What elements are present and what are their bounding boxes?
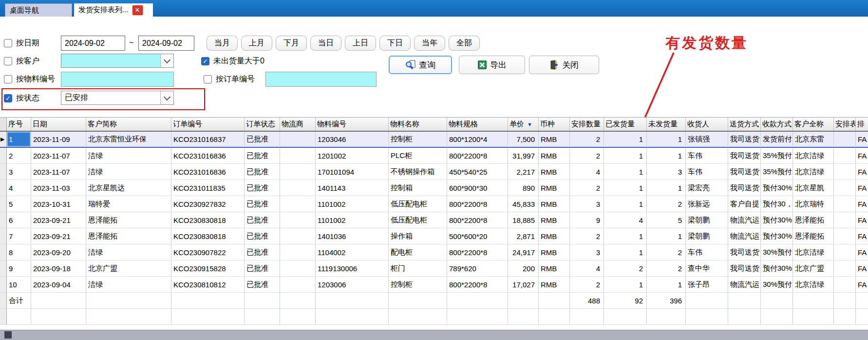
table-cell[interactable]: 柜门 (389, 260, 447, 277)
table-cell[interactable]: 洁绿 (86, 164, 171, 180)
table-cell[interactable]: 1101002 (316, 196, 389, 212)
table-cell[interactable]: FA (856, 132, 868, 148)
table-cell[interactable]: 洁绿 (86, 277, 171, 293)
table-cell[interactable]: 3 (7, 164, 31, 180)
table-cell[interactable]: FA (856, 260, 868, 277)
row-selector-cell[interactable] (0, 212, 7, 228)
table-cell[interactable]: 车伟 (686, 148, 728, 164)
table-cell[interactable]: 789*620 (447, 260, 508, 277)
table-cell[interactable]: 1 (647, 277, 686, 293)
tab-shipping-arrangement-list[interactable]: 发货安排表列... ✕ (74, 3, 153, 17)
table-cell[interactable]: 890 (508, 180, 539, 196)
row-selector-cell[interactable]: ▶ (0, 132, 7, 148)
table-cell[interactable] (316, 293, 389, 309)
table-cell[interactable]: FA (856, 196, 868, 212)
table-cell[interactable]: 北京洁绿 (793, 277, 834, 293)
table-cell[interactable]: 35%预付 (761, 164, 793, 180)
table-cell[interactable]: 梁朝鹏 (686, 212, 728, 228)
table-cell[interactable]: 查中华 (686, 260, 728, 277)
column-header[interactable]: 收货人 (686, 118, 728, 131)
table-cell[interactable] (834, 260, 856, 277)
all-button[interactable]: 全部 (449, 36, 480, 51)
empty-row[interactable] (0, 309, 868, 325)
table-cell[interactable]: 1 (604, 180, 647, 196)
table-cell[interactable] (761, 293, 793, 309)
table-cell[interactable] (856, 309, 868, 325)
column-header[interactable]: 日期 (31, 118, 86, 131)
table-cell[interactable]: 物流汽运 (728, 277, 761, 293)
table-cell[interactable]: FA (856, 212, 868, 228)
row-selector-cell[interactable] (0, 309, 7, 325)
table-cell[interactable]: KCO231016837 (171, 132, 245, 148)
table-cell[interactable] (834, 212, 856, 228)
row-selector-cell[interactable] (0, 196, 7, 212)
table-cell[interactable] (728, 309, 761, 325)
table-cell[interactable] (280, 148, 316, 164)
prev-day-button[interactable]: 上日 (345, 36, 376, 51)
table-cell[interactable] (834, 244, 856, 260)
export-button[interactable]: 导出 (459, 56, 525, 74)
status-select[interactable]: 已安排 (61, 91, 174, 105)
by-date-checkbox[interactable] (4, 39, 12, 47)
table-cell[interactable]: 已批准 (245, 244, 280, 260)
table-cell[interactable]: 30%预付 (761, 277, 793, 293)
by-material-checkbox[interactable] (4, 75, 12, 83)
table-cell[interactable]: 6 (7, 212, 31, 228)
table-cell[interactable]: 1101002 (316, 212, 389, 228)
table-cell[interactable]: 1 (647, 180, 686, 196)
table-row[interactable]: 62023-09-21恩泽能拓KCO230830818已批准1101002低压配… (0, 212, 868, 228)
table-cell[interactable] (508, 293, 539, 309)
table-cell[interactable]: KCO230915828 (171, 260, 245, 277)
table-cell[interactable]: 2023-10-31 (31, 196, 86, 212)
unshipped-gt0-checkbox[interactable]: ✓ (201, 57, 209, 65)
table-cell[interactable] (280, 309, 316, 325)
date-from-input[interactable]: 2024-09-02 (61, 36, 125, 51)
table-cell[interactable] (793, 309, 834, 325)
table-cell[interactable]: 合计 (7, 293, 31, 309)
table-cell[interactable]: 2023-11-03 (31, 180, 86, 196)
table-cell[interactable] (171, 293, 245, 309)
table-cell[interactable]: 配电柜 (389, 244, 447, 260)
table-cell[interactable]: 北京洁绿 (793, 148, 834, 164)
table-cell[interactable]: 800*2200*8 (447, 196, 508, 212)
table-cell[interactable]: 我司送货 (728, 148, 761, 164)
column-header[interactable]: 排 (856, 118, 868, 131)
table-cell[interactable]: 北京广盟 (86, 260, 171, 277)
table-cell[interactable]: KCO231011835 (171, 180, 245, 196)
table-cell[interactable]: 梁宏亮 (686, 180, 728, 196)
table-cell[interactable] (389, 293, 447, 309)
table-cell[interactable]: 1 (7, 132, 31, 148)
by-order-checkbox[interactable] (204, 75, 212, 83)
table-cell[interactable] (834, 309, 856, 325)
table-cell[interactable]: 2 (647, 260, 686, 277)
table-cell[interactable]: 3 (570, 244, 604, 260)
table-cell[interactable] (834, 164, 856, 180)
table-cell[interactable]: 1 (604, 132, 647, 148)
table-cell[interactable]: 预付30% (761, 212, 793, 228)
table-cell[interactable]: 预付30% (761, 180, 793, 196)
table-cell[interactable]: 17,027 (508, 277, 539, 293)
table-cell[interactable]: 45,833 (508, 196, 539, 212)
table-cell[interactable]: KCO231016836 (171, 164, 245, 180)
table-cell[interactable] (280, 244, 316, 260)
table-cell[interactable]: 2023-09-21 (31, 228, 86, 244)
table-cell[interactable]: RMB (539, 244, 570, 260)
table-cell[interactable]: 800*1200*4 (447, 132, 508, 148)
table-cell[interactable] (280, 132, 316, 148)
table-cell[interactable] (539, 293, 570, 309)
table-cell[interactable]: 物流汽运 (728, 212, 761, 228)
table-cell[interactable]: 800*2200*8 (447, 212, 508, 228)
table-cell[interactable] (316, 309, 389, 325)
next-month-button[interactable]: 下月 (276, 36, 307, 51)
table-cell[interactable] (793, 293, 834, 309)
table-cell[interactable]: 控制柜 (389, 132, 447, 148)
table-cell[interactable]: 800*2200*8 (447, 148, 508, 164)
table-cell[interactable] (447, 293, 508, 309)
table-cell[interactable]: 2023-09-18 (31, 260, 86, 277)
table-cell[interactable]: 北京广盟 (793, 260, 834, 277)
table-cell[interactable]: 1201002 (316, 148, 389, 164)
column-header[interactable]: 单价▼ (508, 118, 539, 131)
row-selector-cell[interactable] (0, 244, 7, 260)
table-cell[interactable]: 恩泽能拓 (86, 212, 171, 228)
table-cell[interactable]: 600*900*30 (447, 180, 508, 196)
